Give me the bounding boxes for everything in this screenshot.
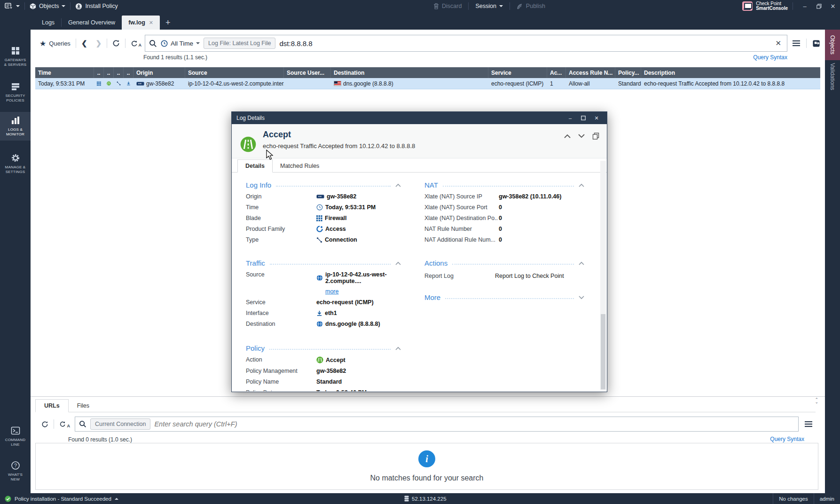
- sidebar-item-gateways[interactable]: GATEWAYS& SERVERS: [0, 42, 31, 71]
- export-icon[interactable]: [812, 39, 820, 47]
- auto-refresh-button[interactable]: A: [126, 40, 142, 47]
- dialog-maximize-button[interactable]: [578, 113, 589, 123]
- cell-source-user: [284, 78, 331, 89]
- bottom-auto-refresh-button[interactable]: A: [55, 421, 70, 427]
- log-search-box[interactable]: All Time Log File: Latest Log File ✕: [145, 35, 787, 52]
- refresh-button[interactable]: [108, 39, 124, 47]
- sidebar-item-whats-new[interactable]: ? WHAT'SNEW: [0, 457, 31, 486]
- checkpoint-logo: [742, 1, 753, 11]
- copy-icon[interactable]: [592, 133, 599, 140]
- install-policy-button[interactable]: Install Policy: [71, 0, 122, 12]
- server-icon: [404, 496, 409, 502]
- col-access-rule[interactable]: Access Rule N...: [566, 67, 615, 78]
- bottom-search-input[interactable]: [154, 420, 794, 428]
- bottom-menu-icon[interactable]: [799, 421, 818, 427]
- prev-log-icon[interactable]: [564, 134, 571, 138]
- tab-urls[interactable]: URLs: [35, 399, 69, 412]
- sidebar-item-manage-settings[interactable]: MANAGE &SETTINGS: [0, 150, 31, 178]
- dialog-minimize-button[interactable]: –: [565, 113, 576, 123]
- discard-button[interactable]: Discard: [429, 0, 466, 12]
- query-input[interactable]: [279, 39, 769, 47]
- window-close-button[interactable]: ✕: [826, 0, 840, 12]
- changes-indicator[interactable]: No changes: [773, 493, 813, 504]
- col-source-user[interactable]: Source User...: [284, 67, 331, 78]
- tab-close-icon[interactable]: ✕: [149, 20, 153, 26]
- col-action[interactable]: Ac...: [547, 67, 566, 78]
- search-icon: [79, 420, 86, 428]
- app-menu-button[interactable]: [0, 0, 24, 12]
- col-icon3[interactable]: ..: [114, 67, 124, 78]
- dialog-scrollbar[interactable]: [600, 161, 606, 390]
- dialog-tab-details[interactable]: Details: [237, 159, 273, 173]
- field-label: Blade: [246, 215, 316, 221]
- bottom-query-syntax-link[interactable]: Query Syntax: [770, 436, 804, 442]
- forward-button[interactable]: ❯: [91, 39, 106, 47]
- col-icon4[interactable]: ..: [124, 67, 133, 78]
- policy-install-status[interactable]: Policy installation - Standard Succeeded: [0, 496, 118, 502]
- gear-icon: [11, 153, 20, 163]
- next-log-icon[interactable]: [578, 134, 585, 138]
- collapse-section-icon[interactable]: [395, 183, 401, 187]
- sidebar-item-logs-monitor[interactable]: LOGS &MONITOR: [0, 112, 31, 141]
- table-row[interactable]: Today, 9:53:31 PM gw-358e82 ip-10-12-0-4…: [35, 78, 820, 89]
- separator: [107, 39, 107, 48]
- auto-refresh-a: A: [67, 424, 71, 428]
- dialog-tab-matched-rules[interactable]: Matched Rules: [273, 160, 327, 172]
- gateways-servers-icon: [11, 46, 20, 55]
- tab-fwlog[interactable]: fw.log ✕: [122, 16, 160, 30]
- collapse-section-icon[interactable]: [395, 346, 401, 350]
- dialog-scrollbar-thumb[interactable]: [601, 314, 605, 389]
- clear-query-icon[interactable]: ✕: [773, 39, 783, 47]
- collapse-section-icon[interactable]: [579, 183, 584, 187]
- log-file-chip[interactable]: Log File: Latest Log File: [204, 38, 275, 49]
- time-filter-dropdown[interactable]: All Time: [161, 40, 200, 47]
- col-service[interactable]: Service: [488, 67, 547, 78]
- col-time[interactable]: Time: [35, 67, 94, 78]
- objects-menu-button[interactable]: Objects: [25, 0, 70, 12]
- section-traffic-title: Traffic: [246, 259, 265, 267]
- col-icon1[interactable]: ..: [94, 67, 104, 78]
- field-value: 0: [499, 226, 502, 232]
- dialog-close-button[interactable]: ✕: [591, 113, 602, 123]
- window-restore-button[interactable]: [812, 0, 826, 12]
- tab-general-overview[interactable]: General Overview: [62, 16, 122, 30]
- bottom-search-box[interactable]: Current Connection: [75, 417, 799, 432]
- dialog-titlebar[interactable]: Log Details – ✕: [232, 112, 607, 124]
- expand-section-icon[interactable]: [579, 296, 584, 299]
- collapse-section-icon[interactable]: [395, 261, 401, 265]
- col-source[interactable]: Source: [185, 67, 284, 78]
- session-label: Session: [475, 3, 496, 9]
- query-syntax-link[interactable]: Query Syntax: [753, 54, 787, 61]
- tab-files[interactable]: Files: [69, 400, 98, 412]
- sidebar-item-command-line[interactable]: COMMANDLINE: [0, 422, 31, 451]
- queries-button[interactable]: ★ Queries: [35, 39, 75, 48]
- field-value: 0: [499, 236, 502, 243]
- report-log-link[interactable]: Report Log to Check Point: [495, 273, 564, 279]
- tab-logs[interactable]: Logs: [35, 16, 61, 30]
- dotted-divider: [452, 264, 574, 265]
- col-icon2[interactable]: ..: [104, 67, 114, 78]
- col-policy[interactable]: Policy...: [615, 67, 641, 78]
- session-menu-button[interactable]: Session: [471, 0, 507, 12]
- rail-tab-objects[interactable]: Objects: [825, 30, 840, 60]
- col-description[interactable]: Description: [641, 67, 820, 78]
- back-button[interactable]: ❮: [77, 39, 92, 47]
- window-minimize-button[interactable]: –: [798, 0, 812, 12]
- rail-tab-validations[interactable]: Validations: [825, 57, 840, 96]
- current-connection-chip[interactable]: Current Connection: [90, 418, 150, 430]
- dotted-divider: [445, 298, 574, 299]
- more-link[interactable]: more: [325, 288, 338, 295]
- publish-button[interactable]: Publish: [512, 0, 550, 12]
- field-label: Xlate (NAT) Source Port: [424, 204, 499, 211]
- new-tab-button[interactable]: +: [160, 18, 176, 28]
- collapse-section-icon[interactable]: [579, 261, 584, 265]
- user-indicator[interactable]: admin: [814, 493, 840, 504]
- col-origin[interactable]: Origin: [133, 67, 185, 78]
- inbound-interface-icon: [316, 310, 322, 316]
- col-destination[interactable]: Destination: [331, 67, 488, 78]
- field-value: eth1: [316, 310, 337, 316]
- sidebar-item-security-policies[interactable]: SECURITYPOLICIES: [0, 78, 31, 107]
- menu-icon[interactable]: [792, 40, 801, 47]
- log-table: Time .. .. .. .. Origin Source Source Us…: [35, 67, 820, 89]
- bottom-refresh-button[interactable]: [37, 421, 53, 428]
